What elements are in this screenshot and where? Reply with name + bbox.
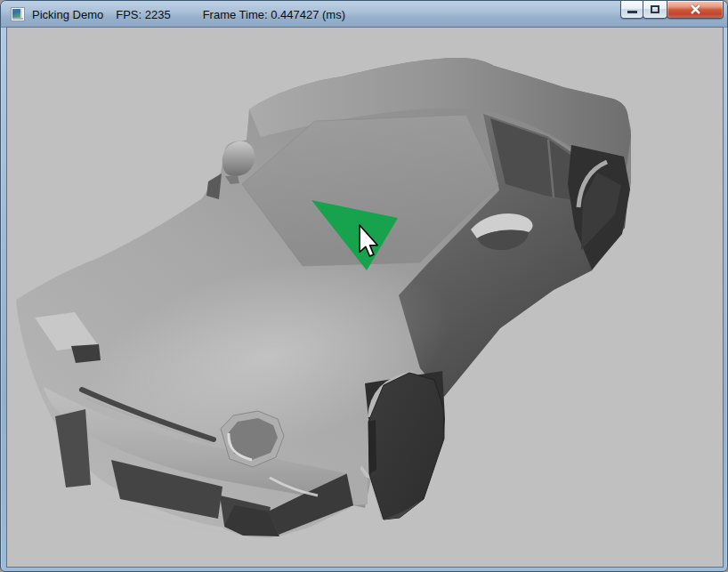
front-wheel-edge (368, 420, 376, 474)
maximize-icon (651, 5, 659, 13)
app-icon (11, 7, 25, 21)
fps-counter: FPS: 2235 (116, 8, 170, 21)
app-icon-bar (12, 18, 23, 20)
close-button[interactable] (667, 1, 724, 19)
close-icon (690, 4, 701, 14)
title-bar[interactable]: Picking Demo FPS: 2235 Frame Time: 0.447… (1, 1, 727, 28)
caption-buttons (621, 1, 724, 19)
minimize-icon (627, 11, 637, 13)
window-title: Picking Demo (32, 8, 103, 21)
maximize-button[interactable] (643, 1, 667, 19)
app-window: Picking Demo FPS: 2235 Frame Time: 0.447… (0, 0, 728, 572)
render-viewport[interactable] (7, 28, 723, 567)
scene-canvas (7, 28, 723, 567)
frame-time-counter: Frame Time: 0.447427 (ms) (203, 8, 345, 21)
minimize-button[interactable] (620, 1, 643, 19)
left-fender-notch (71, 344, 101, 363)
